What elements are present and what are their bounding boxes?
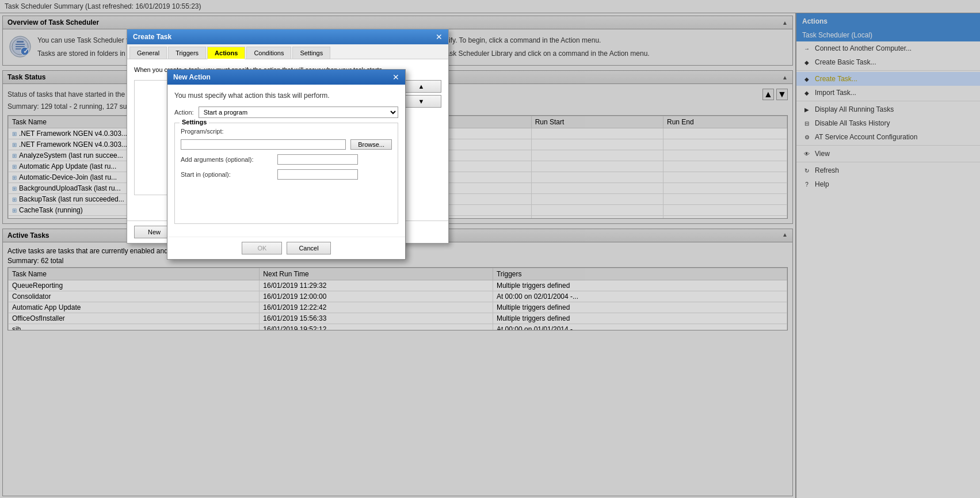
- start-in-input[interactable]: [277, 169, 358, 180]
- new-action-dialog: New Action ✕ You must specify what actio…: [167, 69, 406, 260]
- tab-general[interactable]: General: [129, 47, 167, 59]
- start-in-label: Start in (optional):: [181, 171, 273, 178]
- new-action-close-button[interactable]: ✕: [392, 73, 399, 82]
- action-up-button[interactable]: ▲: [401, 80, 441, 93]
- settings-group-label: Settings: [180, 119, 209, 126]
- action-type-row: Action: Start a programSend an e-mailDis…: [174, 107, 398, 118]
- browse-button[interactable]: Browse...: [350, 139, 392, 150]
- create-task-title-bar: Create Task ✕: [127, 29, 448, 44]
- add-args-label: Add arguments (optional):: [181, 156, 273, 163]
- action-down-button[interactable]: ▼: [401, 95, 441, 108]
- action-type-select[interactable]: Start a programSend an e-mailDisplay a m…: [199, 107, 398, 118]
- program-input-row: Browse...: [181, 139, 392, 150]
- tab-actions[interactable]: Actions: [207, 47, 245, 59]
- new-action-ok-button[interactable]: OK: [242, 242, 282, 254]
- new-action-footer: OK Cancel: [167, 237, 405, 259]
- tab-triggers[interactable]: Triggers: [168, 47, 206, 59]
- new-action-cancel-button[interactable]: Cancel: [287, 242, 330, 254]
- tab-conditions[interactable]: Conditions: [246, 47, 291, 59]
- program-label: Program/script:: [181, 128, 273, 135]
- add-args-input[interactable]: [277, 154, 358, 165]
- new-action-desc: You must specify what action this task w…: [174, 92, 398, 100]
- action-type-label: Action:: [174, 109, 194, 116]
- add-args-row: Add arguments (optional):: [181, 154, 392, 165]
- create-task-tabs: General Triggers Actions Conditions Sett…: [127, 44, 448, 59]
- program-row: Program/script:: [181, 128, 392, 135]
- new-action-body: You must specify what action this task w…: [167, 85, 405, 237]
- create-task-close-button[interactable]: ✕: [436, 33, 443, 41]
- new-action-title-bar: New Action ✕: [167, 70, 405, 85]
- create-task-title: Create Task: [133, 33, 171, 41]
- settings-spacer: [181, 184, 392, 219]
- settings-group: Settings Program/script: Browse... Add a…: [174, 123, 398, 224]
- start-in-row: Start in (optional):: [181, 169, 392, 180]
- program-input[interactable]: [181, 139, 346, 150]
- new-action-title: New Action: [173, 73, 211, 81]
- tab-settings[interactable]: Settings: [292, 47, 330, 59]
